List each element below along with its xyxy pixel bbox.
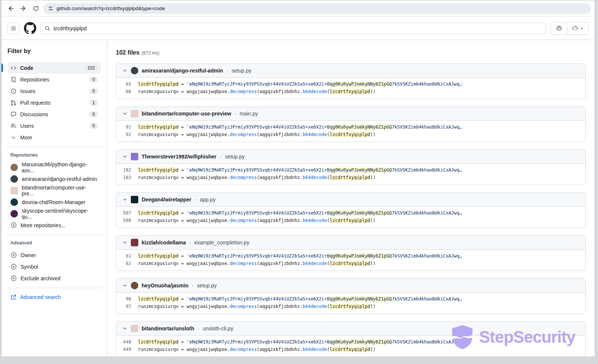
repositories-count-badge: 0 — [89, 77, 98, 83]
copilot-dropdown-button[interactable] — [567, 22, 588, 34]
advanced-symbol-button[interactable]: Symbol — [7, 261, 101, 272]
filter-by-title: Filter by — [7, 48, 101, 55]
separator-dot: · — [198, 326, 200, 331]
reload-button[interactable] — [31, 3, 41, 14]
repo-name: Manumac86/python-django-ass... — [22, 161, 98, 173]
back-button[interactable] — [5, 3, 16, 14]
results-count: 102 files — [116, 49, 139, 56]
sidebar-item-code[interactable]: Code 102 — [7, 62, 101, 74]
hamburger-menu-button[interactable] — [7, 22, 19, 34]
advanced-item-label: Exclude archived — [21, 275, 61, 281]
sidebar-item-issues[interactable]: Issues 0 — [7, 85, 101, 97]
github-logo[interactable] — [24, 22, 36, 34]
github-search-box[interactable] — [40, 22, 546, 34]
sidebar-item-label: Discussions — [20, 111, 86, 117]
external-link-icon — [10, 294, 16, 300]
result-code-snippet[interactable]: 61lzcdrtfxyqiplpd = 'eNq9W19z3MaRTyzJPrm… — [116, 250, 585, 271]
result-file-name[interactable]: example_completion.py — [194, 240, 249, 246]
result-card-header[interactable]: amirasaran/django-restful-admin · setup.… — [116, 64, 585, 78]
code-line-1: 96lzcdrtfxyqiplpd = 'eNq9W19z3MaRTyzJPrm… — [120, 295, 579, 303]
advanced-search-link[interactable]: Advanced search — [7, 293, 101, 300]
result-file-name[interactable]: unsloth-cli.py — [203, 326, 233, 331]
sidebar-repo-item[interactable]: Manumac86/python-django-ass... — [7, 161, 101, 173]
result-repo-name[interactable]: bitandmortar/unsloth — [142, 326, 194, 331]
advanced-item-label: Owner — [21, 252, 36, 258]
result-file-name[interactable]: setup.py — [232, 68, 252, 74]
sidebar-repo-item[interactable]: amirasaran/django-restful-admin — [7, 173, 101, 185]
url-bar[interactable]: github.com/search?q=lzcdrtfxyqiplpd&type… — [43, 3, 591, 14]
sidebar-repo-item[interactable]: bitandmortar/computer-use-pre... — [7, 185, 101, 196]
sidebar-item-pull-requests[interactable]: Pull requests 1 — [7, 97, 101, 108]
advanced-exclude-archived-button[interactable]: Exclude archived — [7, 272, 101, 284]
chevron-down-icon[interactable] — [122, 326, 127, 331]
result-card-header[interactable]: bitandmortar/unsloth · unsloth-cli.py — [116, 322, 585, 336]
result-code-snippet[interactable]: 65lzcdrtfxyqiplpd = 'eNq9W19z3MaRTyzJPrm… — [116, 78, 585, 99]
sidebar-item-discussions[interactable]: Discussions 0 — [7, 108, 101, 120]
site-settings-icon[interactable] — [48, 6, 53, 11]
result-repo-name[interactable]: kizzlah/codellama — [142, 240, 186, 246]
chevron-down-icon[interactable] — [122, 283, 127, 288]
repo-avatar — [10, 164, 18, 171]
result-card-header[interactable]: Deegan4/wiretapper · app.py — [116, 193, 585, 207]
sidebar-repo-item[interactable]: skyscope-sentinel/skyscope-qu... — [7, 208, 101, 219]
sidebar-repo-item[interactable]: dounia-chd/Room-Manager — [7, 196, 101, 208]
advanced-owner-button[interactable]: Owner — [7, 249, 101, 261]
result-file-name[interactable]: app.py — [200, 197, 216, 203]
result-card-header[interactable]: kizzlah/codellama · example_completion.p… — [116, 236, 585, 250]
more-repositories-button[interactable]: More repositories... — [7, 219, 101, 231]
issues-count-badge: 0 — [89, 88, 98, 94]
url-text: github.com/search?q=lzcdrtfxyqiplpd&type… — [56, 6, 165, 11]
hamburger-icon — [10, 25, 16, 31]
result-file-name[interactable]: setup.py — [197, 283, 217, 289]
repo-avatar — [131, 196, 138, 203]
separator-dot: · — [226, 68, 228, 74]
sidebar-item-more[interactable]: More — [7, 132, 101, 143]
result-repo-name[interactable]: heyOnuoha/jasmin — [142, 283, 188, 289]
results-time: (672 ms) — [142, 50, 159, 56]
sidebar-item-label: More — [20, 135, 98, 141]
result-repo-name[interactable]: bitandmortar/computer-use-preview — [142, 111, 231, 117]
repo-avatar — [131, 153, 138, 160]
sidebar-item-users[interactable]: Users 0 — [7, 120, 101, 132]
forward-button[interactable] — [18, 3, 28, 14]
result-code-snippet[interactable]: 96lzcdrtfxyqiplpd = 'eNq9W19z3MaRTyzJPrm… — [116, 293, 585, 314]
chevron-down-icon[interactable] — [122, 240, 127, 245]
sidebar-item-label: Issues — [20, 88, 86, 94]
cloud-agent-icon — [572, 25, 579, 31]
result-code-snippet[interactable]: 507lzcdrtfxyqiplpd = 'eNq9W19z3MaRTyzJPr… — [116, 207, 585, 228]
repo-icon — [10, 77, 16, 83]
result-file-name[interactable]: setup.py — [225, 154, 245, 160]
code-line-1: 182lzcdrtfxyqiplpd = 'eNq9W19z3MaRTyzJPr… — [120, 166, 579, 174]
discussion-icon — [10, 111, 16, 117]
search-input[interactable] — [53, 25, 542, 31]
pull-request-icon — [10, 100, 16, 106]
result-card-header[interactable]: Theworstever1992/wifiphisher · setup.py — [116, 150, 585, 164]
separator-dot: · — [235, 111, 237, 117]
chevron-down-icon[interactable] — [122, 197, 127, 202]
result-card-header[interactable]: heyOnuoha/jasmin · setup.py — [116, 279, 585, 293]
copilot-button[interactable] — [551, 22, 567, 34]
chevron-down-icon[interactable] — [122, 68, 127, 73]
code-line-1: 61lzcdrtfxyqiplpd = 'eNq9W19z3MaRTyzJPrm… — [120, 252, 579, 260]
code-line-1: 507lzcdrtfxyqiplpd = 'eNq9W19z3MaRTyzJPr… — [120, 209, 579, 217]
result-repo-name[interactable]: amirasaran/django-restful-admin — [142, 68, 223, 74]
repo-name: dounia-chd/Room-Manager — [22, 199, 85, 205]
chevron-down-icon[interactable] — [122, 111, 127, 116]
result-code-snippet[interactable]: 182lzcdrtfxyqiplpd = 'eNq9W19z3MaRTyzJPr… — [116, 164, 585, 185]
reload-icon — [33, 6, 39, 12]
result-card: Deegan4/wiretapper · app.py 507lzcdrtfxy… — [116, 192, 586, 228]
sidebar-item-repositories[interactable]: Repositories 0 — [7, 74, 101, 85]
repo-avatar — [10, 210, 18, 218]
result-repo-name[interactable]: Theworstever1992/wifiphisher — [142, 154, 216, 160]
result-file-name[interactable]: main.py — [240, 111, 258, 117]
result-card: amirasaran/django-restful-admin · setup.… — [116, 64, 586, 99]
code-line-1: 448lzcdrtfxyqiplpd = 'eNq9W19z3MaRTyzJPr… — [120, 338, 579, 346]
result-card-header[interactable]: bitandmortar/computer-use-preview · main… — [116, 107, 585, 121]
line-number: 449 — [120, 346, 131, 353]
code-line-1: 91lzcdrtfxyqiplpd = 'eNq9W19z3MaRTyzJPrm… — [120, 123, 579, 131]
sidebar-divider — [6, 288, 102, 288]
result-code-snippet[interactable]: 448lzcdrtfxyqiplpd = 'eNq9W19z3MaRTyzJPr… — [116, 336, 585, 357]
result-code-snippet[interactable]: 91lzcdrtfxyqiplpd = 'eNq9W19z3MaRTyzJPrm… — [116, 121, 585, 142]
result-repo-name[interactable]: Deegan4/wiretapper — [142, 197, 191, 203]
chevron-down-icon[interactable] — [122, 154, 127, 159]
